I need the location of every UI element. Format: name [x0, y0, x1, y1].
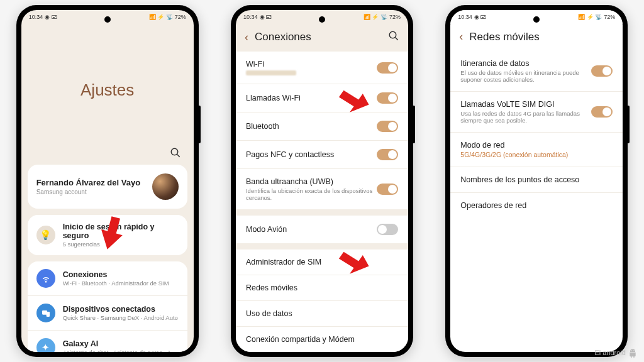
camera-notch [533, 16, 540, 23]
header-title: Conexiones [255, 31, 382, 43]
row-nfc[interactable]: Pagos NFC y contactless [236, 141, 408, 169]
svg-point-0 [171, 148, 178, 155]
row-mobile-networks[interactable]: Redes móviles [236, 275, 408, 301]
row-title: Nombres de los puntos de acceso [460, 175, 613, 184]
status-icons-left: ◉ 🖃 [474, 14, 487, 20]
avatar [152, 173, 179, 200]
status-battery: 72% [604, 14, 615, 20]
row-title: Redes móviles [246, 283, 398, 292]
row-sim-manager[interactable]: Administrador de SIM [236, 250, 408, 275]
lightbulb-icon: 💡 [36, 226, 55, 244]
row-conexiones[interactable]: Conexiones Wi-Fi · Bluetooth · Administr… [28, 261, 187, 295]
status-time: 10:34 [458, 14, 472, 20]
row-title: Modo de red [460, 141, 613, 150]
row-title: Conexión compartida y Módem [246, 335, 398, 344]
row-title: Galaxy AI [63, 339, 179, 348]
row-sub: Usa las redes de datos 4G para las llama… [460, 110, 591, 124]
row-title: Llamadas Wi-Fi [246, 94, 377, 102]
row-airplane[interactable]: Modo Avión [236, 216, 408, 243]
row-title: Administrador de SIM [246, 258, 398, 266]
row-sub: Identifica la ubicación exacta de los di… [246, 187, 377, 201]
row-title: Pagos NFC y contactless [246, 150, 377, 159]
search-icon [170, 147, 181, 158]
row-title: Wi-Fi [246, 60, 377, 69]
status-icons-left: ◉ 🖃 [45, 14, 57, 20]
row-volte[interactable]: Llamadas VoLTE SIM DIGIUsa las redes de … [450, 92, 623, 133]
status-icons-left: ◉ 🖃 [260, 14, 272, 20]
wifi-icon [36, 269, 55, 288]
status-signal: 📶 ⚡ 📡 [578, 14, 602, 20]
android-icon [628, 348, 638, 358]
back-button[interactable]: ‹ [245, 31, 248, 44]
row-data-roaming[interactable]: Itinerancia de datosEl uso de datos móvi… [450, 51, 623, 92]
row-value: 5G/4G/3G/2G (conexión automática) [460, 151, 613, 158]
row-wifi-calling[interactable]: Llamadas Wi-Fi [236, 84, 408, 112]
row-galaxy-ai[interactable]: ✦ Galaxy AI Asistente de chat · Asistent… [28, 330, 187, 352]
status-battery: 72% [175, 14, 186, 20]
row-title: Dispositivos conectados [63, 305, 179, 314]
row-apn[interactable]: Nombres de los puntos de acceso [450, 167, 623, 193]
screen-ajustes: 10:34◉ 🖃 📶 ⚡ 📡72% Ajustes Fernando Álvar… [21, 10, 194, 352]
svg-line-7 [395, 37, 398, 40]
camera-notch [319, 16, 325, 23]
account-sub: Samsung account [36, 189, 152, 195]
row-title: Uso de datos [246, 309, 398, 318]
row-title: Llamadas VoLTE SIM DIGI [460, 100, 591, 109]
svg-point-11 [633, 350, 634, 351]
status-battery: 72% [389, 14, 401, 20]
toggle-nfc[interactable] [377, 149, 398, 160]
row-title: Bluetooth [246, 122, 377, 131]
page-title: Ajustes [21, 80, 194, 100]
row-data-usage[interactable]: Uso de datos [236, 301, 408, 327]
row-sub: Quick Share · Samsung DeX · Android Auto [63, 314, 179, 321]
toggle-airplane[interactable] [377, 224, 398, 235]
toggle-bluetooth[interactable] [377, 121, 398, 132]
row-sub: Asistente de chat · Asistente de notas ·… [63, 349, 179, 352]
phone-frame-2: 10:34◉ 🖃 📶 ⚡ 📡72% ‹ Conexiones Wi-Fi Lla… [231, 5, 413, 357]
row-title: Operadores de red [460, 201, 613, 210]
row-title: Banda ultraancha (UWB) [246, 177, 377, 186]
toggle-wificall[interactable] [377, 92, 398, 104]
svg-point-6 [389, 31, 396, 38]
search-button[interactable] [388, 30, 399, 44]
status-time: 10:34 [243, 14, 258, 20]
row-hotspot[interactable]: Conexión compartida y Módem [236, 327, 408, 352]
camera-notch [104, 16, 111, 23]
row-sub: Wi-Fi · Bluetooth · Administrador de SIM [63, 280, 179, 287]
row-title: Modo Avión [246, 225, 377, 234]
row-uwb[interactable]: Banda ultraancha (UWB)Identifica la ubic… [236, 169, 408, 209]
header-title: Redes móviles [469, 31, 614, 43]
search-button[interactable] [21, 147, 194, 165]
svg-point-2 [45, 282, 46, 282]
ai-icon: ✦ [36, 338, 55, 352]
svg-rect-4 [46, 312, 49, 317]
svg-point-10 [631, 350, 631, 351]
account-name: Fernando Álvarez del Vayo [36, 178, 152, 187]
watermark: El android [594, 348, 638, 358]
row-title: Conexiones [63, 270, 179, 279]
row-fast-signin[interactable]: 💡 Inicio de sesión rápido y seguro 5 sug… [28, 215, 187, 255]
row-title: Itinerancia de datos [460, 59, 591, 68]
screen-conexiones: 10:34◉ 🖃 📶 ⚡ 📡72% ‹ Conexiones Wi-Fi Lla… [236, 10, 408, 352]
row-dispositivos[interactable]: Dispositivos conectados Quick Share · Sa… [28, 295, 187, 330]
status-signal: 📶 ⚡ 📡 [149, 14, 173, 20]
row-bluetooth[interactable]: Bluetooth [236, 112, 408, 141]
row-sub: El uso de datos móviles en itinerancia p… [460, 69, 591, 83]
status-signal: 📶 ⚡ 📡 [364, 14, 387, 20]
wifi-ssid-blurred [246, 70, 296, 75]
row-operators[interactable]: Operadores de red [450, 193, 623, 218]
screen-redes-moviles: 10:34◉ 🖃 📶 ⚡ 📡72% ‹ Redes móviles Itiner… [450, 10, 623, 352]
back-button[interactable]: ‹ [459, 30, 463, 43]
header: ‹ Redes móviles [450, 24, 623, 51]
account-card[interactable]: Fernando Álvarez del Vayo Samsung accoun… [28, 165, 187, 209]
toggle-uwb[interactable] [377, 184, 398, 195]
header: ‹ Conexiones [236, 24, 408, 52]
toggle-volte[interactable] [591, 106, 613, 118]
toggle-roaming[interactable] [591, 65, 613, 77]
row-network-mode[interactable]: Modo de red5G/4G/3G/2G (conexión automát… [450, 133, 623, 167]
row-title: Inicio de sesión rápido y seguro [63, 222, 179, 240]
devices-icon [36, 304, 55, 322]
row-wifi[interactable]: Wi-Fi [236, 52, 408, 84]
toggle-wifi[interactable] [377, 62, 398, 74]
phone-frame-1: 10:34◉ 🖃 📶 ⚡ 📡72% Ajustes Fernando Álvar… [16, 5, 199, 357]
